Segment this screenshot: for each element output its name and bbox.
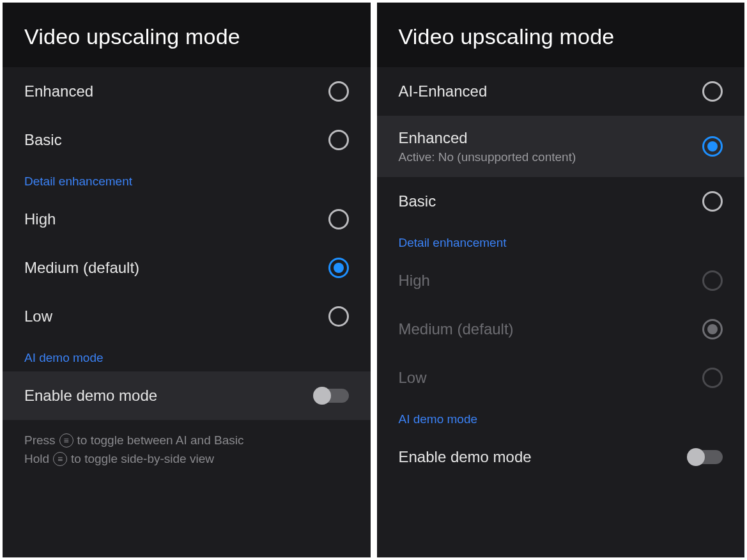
radio-icon <box>702 136 723 157</box>
stage: Video upscaling mode Enhanced Basic Deta… <box>0 0 747 560</box>
page-title: Video upscaling mode <box>24 24 349 49</box>
option-label: High <box>24 210 328 229</box>
row-text: Low <box>399 368 703 387</box>
option-label: AI-Enhanced <box>399 82 703 101</box>
radio-icon <box>702 319 723 339</box>
detail-option-low[interactable]: Low <box>3 292 371 341</box>
section-header-demo: AI demo mode <box>377 402 745 433</box>
row-text: Enhanced Active: No (unsupported content… <box>399 128 703 164</box>
settings-list: Enhanced Basic Detail enhancement High <box>3 67 371 557</box>
option-label: Basic <box>399 192 703 211</box>
help-line-hold: Hold ≡ to toggle side-by-side view <box>24 450 349 469</box>
row-text: Medium (default) <box>24 258 328 277</box>
toggle-knob <box>313 387 331 405</box>
demo-mode-toggle-row[interactable]: Enable demo mode <box>3 371 371 420</box>
upscaling-option-basic[interactable]: Basic <box>377 177 745 226</box>
menu-button-icon: ≡ <box>59 433 73 447</box>
option-label: High <box>399 271 703 290</box>
radio-icon <box>702 368 723 388</box>
option-label: Medium (default) <box>399 320 703 339</box>
toggle-switch[interactable] <box>688 450 723 464</box>
row-text: Enhanced <box>24 82 328 101</box>
upscaling-option-ai-enhanced[interactable]: AI-Enhanced <box>377 67 745 116</box>
toggle-label: Enable demo mode <box>399 447 689 467</box>
option-label: Enhanced <box>24 82 328 101</box>
detail-option-medium[interactable]: Medium (default) <box>3 244 371 292</box>
radio-icon <box>702 270 723 291</box>
row-text: High <box>24 210 328 229</box>
help-text: Hold <box>24 450 49 469</box>
radio-icon <box>702 191 723 212</box>
section-header-detail: Detail enhancement <box>3 164 371 195</box>
upscaling-option-basic[interactable]: Basic <box>3 116 371 164</box>
row-text: Enable demo mode <box>399 447 689 467</box>
option-label: Medium (default) <box>24 258 328 277</box>
detail-option-low: Low <box>377 354 745 402</box>
detail-option-high[interactable]: High <box>3 195 371 244</box>
menu-button-icon: ≡ <box>53 452 67 466</box>
upscaling-option-enhanced[interactable]: Enhanced Active: No (unsupported content… <box>377 116 745 177</box>
row-text: Medium (default) <box>399 320 703 339</box>
option-label: Low <box>24 307 328 326</box>
option-label: Basic <box>24 130 328 150</box>
radio-icon <box>328 258 349 278</box>
row-text: Basic <box>24 130 328 150</box>
help-text: Press <box>24 432 56 450</box>
radio-icon <box>328 306 349 327</box>
row-text: AI-Enhanced <box>399 82 703 101</box>
detail-option-medium: Medium (default) <box>377 305 745 354</box>
section-header-demo: AI demo mode <box>3 341 371 371</box>
help-text: to toggle between AI and Basic <box>77 432 244 450</box>
demo-mode-toggle-row[interactable]: Enable demo mode <box>377 433 745 481</box>
section-header-detail: Detail enhancement <box>377 226 745 256</box>
toggle-switch[interactable] <box>314 389 349 403</box>
row-text: High <box>399 271 703 290</box>
radio-icon <box>702 81 723 102</box>
option-label: Enhanced <box>399 128 703 148</box>
page-title: Video upscaling mode <box>399 24 723 49</box>
settings-panel-right: Video upscaling mode AI-Enhanced Enhance… <box>377 3 745 557</box>
option-label: Low <box>399 368 703 387</box>
option-subtitle: Active: No (unsupported content) <box>399 150 703 164</box>
radio-icon <box>328 81 349 102</box>
settings-panel-left: Video upscaling mode Enhanced Basic Deta… <box>3 3 371 557</box>
help-line-press: Press ≡ to toggle between AI and Basic <box>24 432 349 450</box>
panel-header: Video upscaling mode <box>3 3 371 67</box>
detail-option-high: High <box>377 256 745 305</box>
help-text: to toggle side-by-side view <box>71 450 214 469</box>
toggle-knob <box>687 448 705 466</box>
row-text: Enable demo mode <box>24 386 314 405</box>
radio-icon <box>328 209 349 229</box>
panel-header: Video upscaling mode <box>377 3 745 67</box>
row-text: Low <box>24 307 328 326</box>
row-text: Basic <box>399 192 703 211</box>
settings-list: AI-Enhanced Enhanced Active: No (unsuppo… <box>377 67 745 557</box>
toggle-label: Enable demo mode <box>24 386 314 405</box>
upscaling-option-enhanced[interactable]: Enhanced <box>3 67 371 116</box>
radio-icon <box>328 130 349 150</box>
help-footer: Press ≡ to toggle between AI and Basic H… <box>3 420 371 487</box>
